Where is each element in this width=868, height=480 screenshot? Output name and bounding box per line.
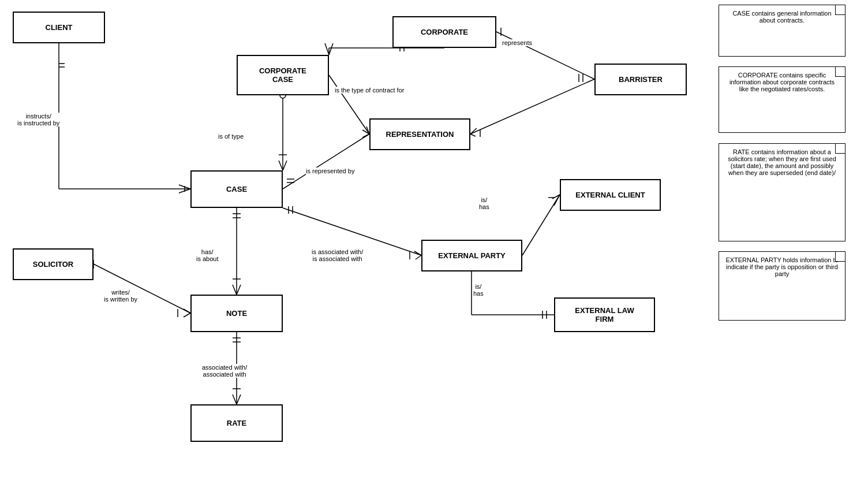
external-law-firm-entity: EXTERNAL LAWFIRM	[554, 297, 655, 332]
svg-line-39	[522, 195, 560, 255]
is-of-type-label: is of type	[218, 133, 244, 140]
svg-line-17	[329, 43, 333, 55]
svg-line-64	[237, 395, 241, 404]
client-label: CLIENT	[46, 23, 73, 32]
has-is-about-label: has/is about	[196, 248, 219, 262]
corporate-note: CORPORATE contains specific information …	[719, 66, 845, 133]
corporate-label: CORPORATE	[421, 28, 468, 36]
solicitor-label: SOLICITOR	[33, 260, 74, 269]
case-entity: CASE	[190, 170, 283, 208]
svg-line-19	[362, 130, 369, 134]
svg-line-18	[329, 75, 369, 134]
external-client-label: EXTERNAL CLIENT	[575, 191, 645, 199]
rate-entity: RATE	[190, 404, 283, 442]
is-represented-by-label: is represented by	[306, 168, 354, 174]
rate-label: RATE	[227, 419, 246, 427]
svg-line-25	[470, 79, 594, 134]
svg-line-16	[325, 43, 329, 55]
svg-line-41	[554, 195, 560, 206]
associated-with-note-label: associated with/associated with	[202, 364, 247, 378]
solicitor-entity: SOLICITOR	[13, 248, 93, 280]
svg-line-9	[279, 161, 283, 170]
barrister-label: BARRISTER	[619, 75, 663, 84]
svg-line-29	[283, 134, 369, 189]
svg-line-40	[552, 195, 560, 199]
rate-note-text: RATE contains information about a solici…	[728, 148, 836, 176]
svg-line-58	[184, 313, 190, 317]
external-party-entity: EXTERNAL PARTY	[421, 240, 522, 271]
svg-line-10	[283, 161, 287, 170]
case-note-text: CASE contains general information about …	[732, 10, 831, 24]
svg-line-63	[233, 395, 237, 404]
note-label: NOTE	[226, 309, 247, 318]
client-entity: CLIENT	[13, 12, 105, 43]
case-note: CASE contains general information about …	[719, 5, 845, 57]
svg-line-27	[470, 134, 476, 136]
is-has-law-firm-label: is/has	[473, 283, 484, 297]
represents-label: represents	[502, 39, 532, 46]
corporate-note-text: CORPORATE contains specific information …	[729, 72, 835, 92]
note-entity: NOTE	[190, 295, 283, 332]
rate-note: RATE contains information about a solici…	[719, 143, 845, 241]
representation-entity: REPRESENTATION	[369, 118, 470, 150]
is-associated-with-label: is associated with/is associated with	[312, 248, 363, 262]
corporate-case-entity: CORPORATECASE	[237, 55, 329, 95]
svg-line-57	[184, 309, 190, 313]
svg-line-52	[233, 285, 237, 295]
corporate-entity: CORPORATE	[392, 16, 496, 48]
external-party-note-text: EXTERNAL PARTY holds information to indi…	[725, 256, 838, 277]
external-party-note: EXTERNAL PARTY holds information to indi…	[719, 251, 845, 321]
corporate-case-label: CORPORATECASE	[259, 66, 306, 84]
writes-label: writes/is written by	[104, 289, 137, 303]
external-client-entity: EXTERNAL CLIENT	[560, 179, 661, 211]
external-law-firm-label: EXTERNAL LAWFIRM	[575, 306, 634, 323]
instructs-label: instructs/is instructed by	[17, 113, 59, 126]
representation-label: REPRESENTATION	[386, 130, 454, 139]
svg-line-37	[416, 255, 421, 259]
case-label: CASE	[226, 185, 247, 194]
svg-line-32	[362, 134, 369, 137]
svg-line-4	[179, 185, 190, 189]
external-party-label: EXTERNAL PARTY	[438, 251, 506, 260]
erd-diagram: CLIENT CORPORATECASE CORPORATE BARRISTER…	[0, 0, 868, 480]
barrister-entity: BARRISTER	[594, 64, 687, 95]
svg-line-53	[237, 285, 241, 295]
is-type-contract-label: is the type of contract for	[335, 87, 404, 94]
svg-line-26	[470, 128, 477, 134]
svg-line-5	[179, 189, 190, 193]
is-has-client-label: is/has	[479, 196, 489, 210]
svg-line-36	[414, 251, 421, 255]
